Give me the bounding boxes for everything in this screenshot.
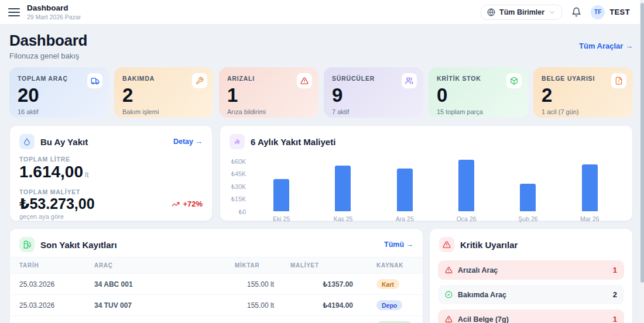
table-row[interactable]: 25.03.2026 34 ABC 001 155.00 lt ₺1357.00… <box>10 274 423 295</box>
alert-count: 2 <box>613 290 617 299</box>
alert-row[interactable]: Bakımda Araç 2 <box>438 285 624 304</box>
y-axis-tick: ₺60K <box>231 159 246 165</box>
cell-cost: ₺4194.00 <box>282 295 361 316</box>
table-row[interactable]: 24.03.2026 06 MNO 005 195.00 lt ₺6832.00… <box>10 316 423 323</box>
col-header-vehicle: ARAÇ <box>86 257 227 274</box>
stat-card-icon <box>87 73 102 88</box>
total-litre-label: TOPLAM LİTRE <box>19 156 203 163</box>
col-header-amount: MİKTAR <box>227 257 282 274</box>
chart-bar-group: Eki 25 <box>252 159 311 222</box>
total-cost-label: TOPLAM MALİYET <box>19 188 203 195</box>
litre-unit: lt <box>85 170 89 179</box>
chart-y-axis: ₺60K ₺45K ₺30K ₺15K ₺0 <box>229 159 251 215</box>
stat-card-subtext: Bakım işlemi <box>122 108 205 115</box>
table-row[interactable]: 25.03.2026 34 TUV 007 155.00 lt ₺4194.00… <box>10 295 423 316</box>
total-cost-value: ₺53.273,00 <box>19 195 95 212</box>
avatar[interactable]: TF <box>591 5 605 19</box>
stat-card-subtext: 15 toplam parça <box>437 108 520 115</box>
chart-x-label: Oca 26 <box>457 215 477 222</box>
scrollbar-thumb[interactable] <box>640 3 644 283</box>
stat-card-value: 1 <box>227 85 310 106</box>
stat-card[interactable]: ARIZALI 1 Arıza bildirimi <box>219 67 318 118</box>
cell-amount: 155.00 lt <box>227 274 282 295</box>
cell-source: Depo <box>361 295 423 316</box>
total-litre-value: 1.614,00lt <box>19 163 203 181</box>
source-badge: Depo <box>376 300 402 310</box>
chart-bar-group: Ara 25 <box>375 159 434 222</box>
stat-card[interactable]: BELGE UYARISI 2 1 acil (7 gün) <box>533 67 633 118</box>
fuel-droplet-icon <box>19 134 35 149</box>
topbar-title: Dashboard <box>27 4 81 13</box>
bell-icon[interactable] <box>571 7 581 17</box>
alert-count: 1 <box>613 315 617 323</box>
topbar-date: 29 Mart 2026 Pazar <box>27 13 81 20</box>
chart-bar <box>397 169 413 211</box>
alert-label: Bakımda Araç <box>458 291 506 299</box>
stat-card-subtext: Arıza bildirimi <box>227 108 310 115</box>
unit-selector-label: Tüm Birimler <box>499 8 544 16</box>
chart-bars: Eki 25 Kas 25 Ara 25 <box>251 159 621 222</box>
cell-source: Kart <box>361 274 423 295</box>
topbar: Dashboard 29 Mart 2026 Pazar Tüm Birimle… <box>0 0 644 25</box>
fuel-chart-panel: 6 Aylık Yakıt Maliyeti ₺60K ₺45K ₺30K ₺1… <box>220 125 633 221</box>
stat-card-icon <box>192 73 207 88</box>
fuel-detail-link[interactable]: Detay → <box>173 138 203 146</box>
chart-x-label: Kas 25 <box>334 215 353 222</box>
chart-title: 6 Aylık Yakıt Maliyeti <box>251 137 335 147</box>
critical-alerts-title: Kritik Uyarılar <box>460 240 518 250</box>
stat-card-value: 9 <box>332 85 415 106</box>
cell-amount: 195.00 lt <box>227 316 282 323</box>
col-header-date: TARİH <box>10 257 86 274</box>
chart-bar-group: Oca 26 <box>437 159 496 222</box>
page-title: Dashboard <box>9 32 87 50</box>
y-axis-tick: ₺45K <box>231 171 246 177</box>
fuel-month-title: Bu Ay Yakıt <box>40 137 88 147</box>
alert-label: Acil Belge (7g) <box>458 315 509 323</box>
compare-note: geçen aya göre <box>19 213 203 220</box>
stat-card[interactable]: BAKIMDA 2 Bakım işlemi <box>114 67 214 118</box>
chart-bar-group: Şub 26 <box>499 159 557 222</box>
all-vehicles-link[interactable]: Tüm Araçlar → <box>579 42 633 50</box>
cell-vehicle-plate: 34 TUV 007 <box>86 295 227 316</box>
username: TEST <box>609 8 630 16</box>
warning-icon <box>445 266 453 274</box>
cell-vehicle-plate: 06 MNO 005 <box>86 316 227 323</box>
stat-card-subtext: 7 aktif <box>332 108 415 115</box>
alert-triangle-icon <box>439 237 454 252</box>
chart-bar <box>582 164 598 211</box>
stat-card-icon <box>611 73 626 88</box>
stat-card-icon <box>297 73 312 88</box>
cell-vehicle-plate: 34 ABC 001 <box>86 274 227 295</box>
alert-row[interactable]: Acil Belge (7g) 1 <box>438 310 624 323</box>
source-badge: Kart <box>376 279 399 289</box>
topbar-title-block: Dashboard 29 Mart 2026 Pazar <box>27 4 81 20</box>
stat-card[interactable]: TOPLAM ARAÇ 20 16 aktif <box>9 67 109 118</box>
menu-icon[interactable] <box>8 8 20 16</box>
globe-icon <box>487 8 495 16</box>
records-all-link[interactable]: Tümü → <box>384 240 413 249</box>
trending-up-icon <box>172 200 180 208</box>
cell-cost: ₺6832.00 <box>282 316 361 323</box>
fuel-records-panel: Son Yakıt Kayıtları Tümü → TARİH ARAÇ Mİ… <box>9 228 423 323</box>
stat-card[interactable]: SÜRÜCÜLER 9 7 aktif <box>324 67 423 118</box>
chart-bar <box>520 184 536 211</box>
stat-card-icon <box>402 73 417 88</box>
alert-row[interactable]: Arızalı Araç 1 <box>438 260 624 280</box>
user-menu[interactable]: TF TEST <box>591 5 630 19</box>
y-axis-tick: ₺15K <box>231 196 246 202</box>
stat-card-subtext: 1 acil (7 gün) <box>542 108 625 115</box>
chart-x-label: Şub 26 <box>518 215 537 222</box>
chart-x-label: Mar 26 <box>580 215 600 222</box>
chart-bar <box>335 166 351 211</box>
page-header: Dashboard Filonuza genel bakış <box>9 32 87 60</box>
chart-bar-group: Kas 25 <box>314 159 372 222</box>
stat-card-value: 2 <box>542 85 625 106</box>
stat-card[interactable]: KRİTİK STOK 0 15 toplam parça <box>429 67 528 118</box>
cell-cost: ₺1357.00 <box>282 274 361 295</box>
unit-selector-button[interactable]: Tüm Birimler <box>481 5 562 20</box>
stat-card-value: 0 <box>437 85 520 106</box>
fuel-records-title: Son Yakıt Kayıtları <box>40 240 117 250</box>
alert-count: 1 <box>613 266 617 274</box>
critical-alerts-panel: Kritik Uyarılar Arızalı Araç 1 <box>429 228 633 323</box>
y-axis-tick: ₺0 <box>238 209 246 215</box>
